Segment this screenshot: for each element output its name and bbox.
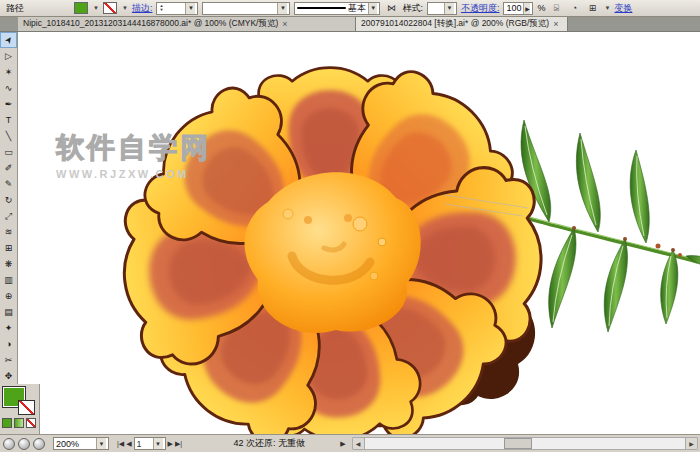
full-screen-mode-button[interactable]: [33, 438, 45, 450]
gradient-tool-icon: ▤: [4, 307, 13, 317]
scrollbar-thumb[interactable]: [504, 438, 532, 449]
recolor-artwork-icon[interactable]: ◔: [567, 2, 581, 15]
stroke-profile-combo[interactable]: 基本 ▼: [294, 2, 380, 15]
document-tab-2[interactable]: 200791014022804 [转换].ai* @ 200% (RGB/预览)…: [356, 17, 568, 31]
rotate-tool[interactable]: ↻: [0, 192, 17, 208]
graph-tool[interactable]: ▥: [0, 272, 17, 288]
paintbrush-tool[interactable]: ✐: [0, 160, 17, 176]
slice-tool[interactable]: ✂: [0, 352, 17, 368]
style-combo[interactable]: ▼: [427, 2, 457, 15]
magic-wand-tool[interactable]: ✶: [0, 64, 17, 80]
chevron-down-icon[interactable]: ▼: [368, 3, 377, 14]
align-panel-icon[interactable]: ⊞: [585, 2, 599, 15]
gradient-mode-button[interactable]: [14, 418, 24, 428]
chevron-down-icon[interactable]: ▼: [185, 3, 195, 14]
first-artboard-icon[interactable]: |◀: [117, 440, 124, 448]
brush-definition-combo[interactable]: ▼: [202, 2, 290, 15]
spinner-icon[interactable]: ▲▼: [159, 4, 163, 12]
symbol-sprayer-tool-icon: ❋: [5, 259, 13, 269]
document-canvas[interactable]: 软件自学网 WWW.RJZXW.COM: [18, 32, 700, 434]
brush-options-icon[interactable]: ⋈: [384, 2, 398, 15]
status-flyout-icon[interactable]: ▶: [340, 440, 345, 448]
lasso-tool-icon: ∿: [5, 83, 13, 93]
hand-tool[interactable]: ✥: [0, 368, 17, 384]
opacity-panel-link[interactable]: 不透明度:: [461, 2, 500, 15]
warp-tool[interactable]: ≋: [0, 224, 17, 240]
style-label: 样式:: [402, 2, 423, 15]
pen-tool[interactable]: ✒: [0, 96, 17, 112]
free-transform-tool[interactable]: ⊞: [0, 240, 17, 256]
pencil-tool[interactable]: ✎: [0, 176, 17, 192]
lasso-tool[interactable]: ∿: [0, 80, 17, 96]
blend-tool[interactable]: ◑: [0, 336, 17, 352]
document-tab-1[interactable]: Nipic_1018410_20131203144416878000.ai* @…: [18, 17, 356, 31]
type-tool-icon: T: [6, 115, 12, 125]
close-icon[interactable]: ×: [282, 19, 287, 29]
direct-selection-tool[interactable]: ▷: [0, 48, 17, 64]
selection-tool[interactable]: ➤: [0, 32, 17, 48]
last-artboard-icon[interactable]: ▶|: [175, 440, 182, 448]
rotate-tool-icon: ↻: [5, 195, 13, 205]
stroke-indicator-swatch[interactable]: [18, 400, 35, 415]
previous-artboard-icon[interactable]: ◀: [126, 440, 131, 448]
flower-artwork[interactable]: [18, 32, 700, 434]
warp-tool-icon: ≋: [5, 227, 13, 237]
illustrator-window: 路径 ▼ ▼ 描边: ▲▼ ▼ ▼ 基本 ▼ ⋈ 样式: ▼ 不透明度: 100…: [0, 0, 700, 452]
eyedropper-tool[interactable]: ✦: [0, 320, 17, 336]
rectangle-tool[interactable]: ▭: [0, 144, 17, 160]
opacity-combo[interactable]: 100 ▶: [503, 2, 533, 15]
full-screen-menu-mode-button[interactable]: [18, 438, 30, 450]
chevron-right-icon[interactable]: ▶: [523, 3, 530, 14]
pen-tool-icon: ✒: [5, 99, 13, 109]
pencil-tool-icon: ✎: [5, 179, 13, 189]
close-icon[interactable]: ×: [553, 19, 558, 29]
line-segment-tool[interactable]: ╲: [0, 128, 17, 144]
stroke-preview-icon: [297, 7, 346, 9]
scale-tool[interactable]: ⤢: [0, 208, 17, 224]
direct-selection-tool-icon: ▷: [5, 51, 12, 61]
gradient-tool[interactable]: ▤: [0, 304, 17, 320]
stroke-dropdown-icon[interactable]: ▼: [122, 5, 128, 11]
standard-screen-mode-button[interactable]: [3, 438, 15, 450]
mesh-tool[interactable]: ⊕: [0, 288, 17, 304]
artboard-combo[interactable]: 1 ▼: [134, 437, 166, 450]
chevron-down-icon[interactable]: ▼: [96, 438, 106, 449]
none-mode-button[interactable]: [26, 418, 36, 428]
status-bar: 200% ▼ |◀ ◀ 1 ▼ ▶ ▶| 42 次还原: 无重做 ▶ ◀ ▶: [0, 434, 700, 452]
graph-tool-icon: ▥: [4, 275, 13, 285]
scroll-left-icon[interactable]: ◀: [353, 438, 365, 449]
transform-panel-link[interactable]: 变换: [614, 2, 632, 15]
stroke-panel-link[interactable]: 描边:: [132, 2, 153, 15]
document-tab-strip: Nipic_1018410_20131203144416878000.ai* @…: [0, 17, 700, 32]
symbol-sprayer-tool[interactable]: ❋: [0, 256, 17, 272]
stroke-weight-combo[interactable]: ▲▼ ▼: [156, 2, 198, 15]
fill-dropdown-icon[interactable]: ▼: [93, 5, 99, 11]
horizontal-scrollbar[interactable]: ◀ ▶: [352, 437, 698, 450]
scale-tool-icon: ⤢: [5, 211, 12, 222]
paintbrush-tool-icon: ✐: [5, 163, 13, 173]
chevron-down-icon[interactable]: ▼: [604, 5, 610, 11]
color-mode-button[interactable]: [2, 418, 12, 428]
chevron-down-icon[interactable]: ▼: [153, 438, 163, 449]
selected-object-label: 路径: [6, 2, 24, 15]
next-artboard-icon[interactable]: ▶: [168, 440, 173, 448]
isolate-selection-icon[interactable]: ⍄: [549, 2, 563, 15]
selection-tool-icon: ➤: [2, 34, 15, 46]
type-tool[interactable]: T: [0, 112, 17, 128]
rectangle-tool-icon: ▭: [4, 147, 13, 157]
toolbar-color-controls: [0, 384, 40, 434]
artboard-number: 1: [137, 439, 142, 449]
document-tab-label: 200791014022804 [转换].ai* @ 200% (RGB/预览): [361, 18, 549, 30]
stroke-color-swatch[interactable]: [103, 2, 117, 14]
blend-tool-icon: ◑: [6, 339, 11, 349]
fill-color-swatch[interactable]: [74, 2, 88, 14]
hand-tool-icon: ✥: [5, 371, 13, 381]
opacity-value: 100: [506, 3, 521, 13]
chevron-down-icon[interactable]: ▼: [444, 3, 454, 14]
mesh-tool-icon: ⊕: [5, 291, 13, 301]
scroll-right-icon[interactable]: ▶: [685, 438, 697, 449]
chevron-down-icon[interactable]: ▼: [277, 3, 287, 14]
zoom-level-combo[interactable]: 200% ▼: [53, 437, 109, 450]
brush-definition-label: 基本: [348, 2, 366, 15]
line-segment-tool-icon: ╲: [6, 131, 11, 141]
